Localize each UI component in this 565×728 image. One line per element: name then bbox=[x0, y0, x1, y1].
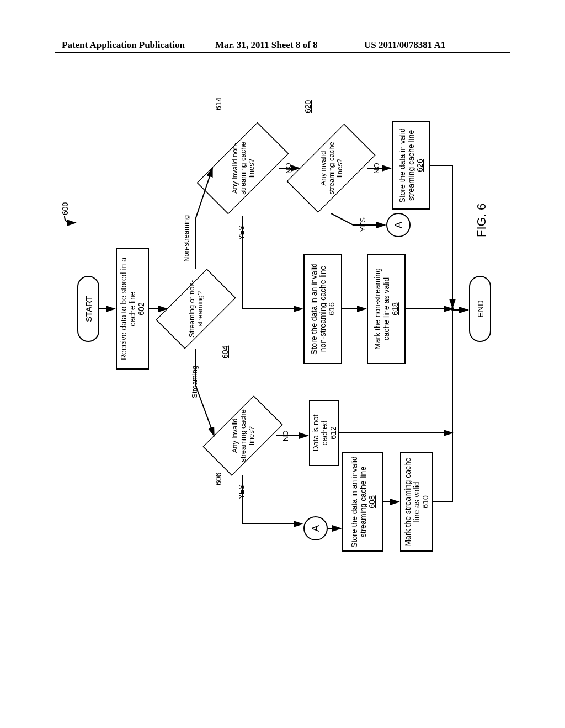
flowchart-fig-6: 600 START Receive data to be stored in a… bbox=[66, 110, 565, 518]
header-left: Patent Application Publication bbox=[62, 40, 185, 51]
svg-point-0 bbox=[451, 307, 454, 311]
decision-606-text: Any invalid streaming cache lines? bbox=[231, 409, 255, 462]
flowchart-arrows bbox=[66, 110, 565, 518]
connector-a-entry: A bbox=[303, 516, 328, 540]
header-rule bbox=[55, 52, 510, 53]
decision-604-text: Streaming or non-streaming? bbox=[188, 280, 204, 338]
decision-620-text: Any invalid streaming cache lines? bbox=[319, 142, 344, 194]
header-right: US 2011/0078381 A1 bbox=[364, 40, 445, 51]
decision-614-text: Any invalid non-streaming cache lines? bbox=[231, 142, 255, 194]
decision-614-ref: 614 bbox=[214, 98, 223, 110]
header-mid: Mar. 31, 2011 Sheet 8 of 8 bbox=[215, 40, 317, 51]
connector-a-entry-label: A bbox=[310, 525, 322, 532]
